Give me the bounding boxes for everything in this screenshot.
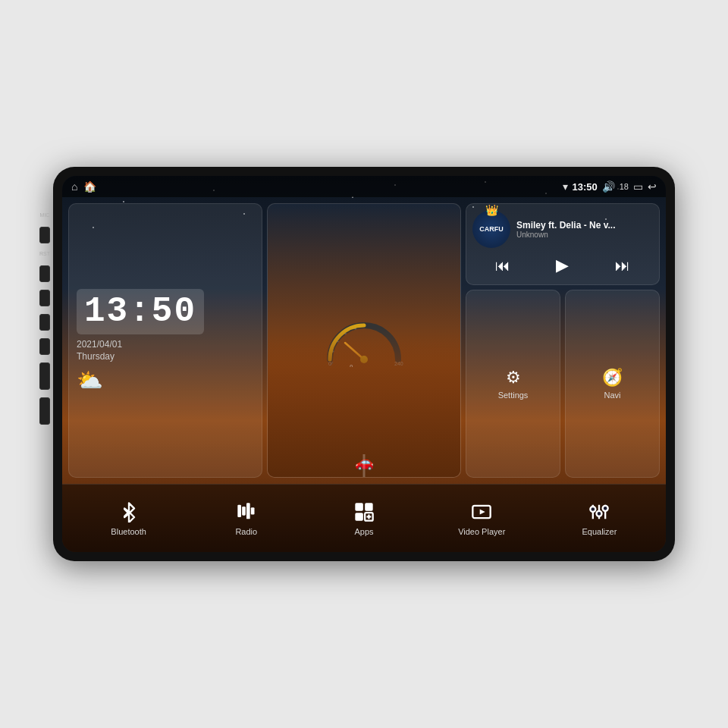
wifi-icon: ▾	[563, 180, 568, 193]
apps-icon	[353, 501, 375, 522]
svg-rect-16	[242, 507, 246, 516]
weather-icon: ⛅	[77, 368, 103, 393]
navi-button[interactable]: 🧭 Navi	[565, 290, 660, 478]
status-left: ⌂ 🏠	[71, 180, 96, 193]
status-bar: ⌂ 🏠 ▾ 13:50 🔊 18 ▭ ↩	[62, 176, 666, 197]
logo-text: CARFU	[479, 225, 504, 233]
svg-rect-15	[237, 504, 241, 516]
svg-rect-21	[355, 513, 363, 521]
music-logo: 👑 CARFU	[472, 210, 510, 248]
crown-icon: 👑	[485, 204, 498, 216]
video-player-label: Video Player	[458, 527, 505, 536]
settings-label: Settings	[498, 391, 529, 400]
bluetooth-icon	[118, 501, 140, 522]
radio-label: Radio	[235, 527, 257, 536]
bottom-bar: Bluetooth Radio	[62, 484, 666, 552]
side-button-mic[interactable]	[39, 227, 50, 243]
bluetooth-label: Bluetooth	[111, 527, 146, 536]
equalizer-button[interactable]: Equalizer	[541, 485, 658, 552]
house-icon[interactable]: 🏠	[83, 180, 96, 193]
side-button-vol-down[interactable]	[39, 397, 50, 425]
settings-icon: ⚙	[506, 368, 521, 388]
next-button[interactable]: ⏭	[609, 254, 636, 278]
settings-button[interactable]: ⚙ Settings	[466, 290, 560, 478]
svg-point-32	[603, 505, 608, 510]
speed-widget: 0 240 0 km/h 🚗	[267, 203, 461, 478]
bluetooth-button[interactable]: Bluetooth	[70, 485, 187, 552]
svg-point-30	[591, 507, 596, 512]
clock-widget: 13:50 2021/04/01 Thursday ⛅	[68, 203, 262, 478]
side-button-vol-up[interactable]	[39, 362, 50, 390]
svg-point-31	[597, 510, 602, 516]
music-info: Smiley ft. Delia - Ne v... Unknown	[516, 220, 653, 239]
status-time: 13:50	[573, 181, 598, 193]
svg-rect-20	[365, 503, 373, 511]
navi-icon: 🧭	[602, 368, 623, 388]
music-widget: 👑 CARFU Smiley ft. Delia - Ne v... Unkno…	[466, 203, 660, 285]
svg-rect-18	[251, 507, 255, 514]
navi-label: Navi	[604, 391, 620, 400]
video-player-button[interactable]: Video Player	[423, 485, 541, 552]
volume-icon: 🔊	[602, 180, 615, 193]
music-artist: Unknown	[516, 231, 653, 239]
apps-button[interactable]: Apps	[305, 485, 422, 552]
music-title: Smiley ft. Delia - Ne v...	[516, 220, 653, 231]
volume-level: 18	[620, 182, 629, 191]
music-controls: ⏮ ▶ ⏭	[472, 253, 653, 278]
main-content: 13:50 2021/04/01 Thursday ⛅	[62, 197, 666, 484]
svg-marker-26	[480, 509, 485, 514]
radio-button[interactable]: Radio	[187, 485, 305, 552]
side-button-home[interactable]	[39, 314, 50, 331]
side-button-back[interactable]	[39, 338, 50, 355]
battery-icon: ▭	[633, 180, 643, 193]
clock-date: 2021/04/01	[77, 339, 122, 350]
home-icon[interactable]: ⌂	[71, 180, 77, 193]
screen: ⌂ 🏠 ▾ 13:50 🔊 18 ▭ ↩ 13:50 2021/04/01 Th…	[62, 176, 666, 552]
back-icon[interactable]: ↩	[648, 180, 657, 193]
road-overlay: 🚗	[268, 327, 460, 477]
svg-rect-19	[355, 503, 363, 511]
car-head-unit: MIC RST ⌂ 🏠	[53, 167, 675, 561]
right-column: 👑 CARFU Smiley ft. Delia - Ne v... Unkno…	[466, 203, 660, 478]
rst-label: RST	[39, 251, 50, 256]
svg-rect-17	[246, 503, 250, 519]
side-buttons: MIC RST	[39, 212, 50, 425]
side-button-rst[interactable]	[39, 265, 50, 282]
clock-time: 13:50	[77, 289, 204, 334]
video-player-icon	[471, 501, 492, 522]
side-button-power[interactable]	[39, 290, 50, 306]
speedometer-inner: 0 240 0 km/h 🚗	[268, 204, 460, 477]
equalizer-icon	[588, 501, 610, 522]
mic-label: MIC	[39, 212, 50, 218]
play-button[interactable]: ▶	[550, 253, 575, 278]
settings-navi-grid: ⚙ Settings 🧭 Navi	[466, 290, 660, 478]
clock-day: Thursday	[77, 351, 115, 362]
radio-icon	[236, 501, 257, 522]
prev-button[interactable]: ⏮	[489, 254, 516, 278]
status-right: ▾ 13:50 🔊 18 ▭ ↩	[563, 180, 657, 193]
music-top: 👑 CARFU Smiley ft. Delia - Ne v... Unkno…	[472, 210, 653, 248]
apps-label: Apps	[354, 527, 373, 536]
equalizer-label: Equalizer	[582, 527, 617, 536]
